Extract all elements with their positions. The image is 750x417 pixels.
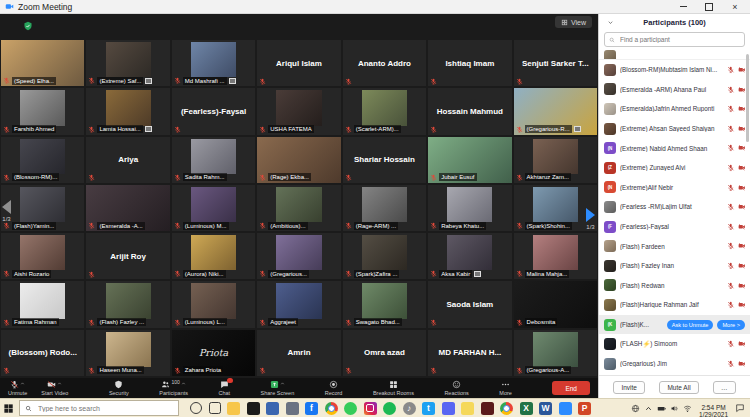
participant-row[interactable]: (Gregarious) Jim [599, 354, 750, 374]
participant-tile[interactable]: (Spark)Shohin... [514, 185, 597, 231]
participant-tile[interactable]: Ishtiaq Imam [428, 40, 511, 86]
participant-row[interactable]: (Flash) Redwan [599, 276, 750, 296]
participant-tile[interactable]: Amrin [257, 330, 340, 376]
toolbar-unmute-button[interactable]: Unmute [8, 380, 27, 396]
participant-tile[interactable]: Fatima Rahman [1, 281, 84, 327]
toolbar-record-button[interactable]: Record [325, 380, 343, 396]
participant-tile[interactable]: (Esmeralda -A... [86, 185, 169, 231]
participant-row[interactable]: (Esmeralda -ARM) Ahana Paul [599, 80, 750, 100]
participant-row[interactable]: (Flash)Harique Rahman Jaif [599, 295, 750, 315]
participant-tile[interactable]: Saoda Islam [428, 281, 511, 327]
participant-tile[interactable]: (Extreme) Saf... [86, 40, 169, 86]
participant-row[interactable]: (Blossom-RM)Mubtasim Islam Ni... [599, 60, 750, 80]
participant-tile[interactable]: Omra azad [343, 330, 426, 376]
wifi-icon[interactable] [683, 404, 692, 413]
participant-tile[interactable]: Ariya [86, 137, 169, 183]
speaker-icon[interactable] [670, 404, 679, 413]
powerpoint-icon[interactable]: P [578, 402, 591, 415]
participant-row[interactable]: (FLASH⚡) Simoom [599, 334, 750, 354]
participant-tile[interactable]: Senjuti Sarker T... [514, 40, 597, 86]
mute-all-button[interactable]: Mute All [659, 381, 698, 394]
cortana-icon[interactable] [190, 402, 202, 414]
participant-tile[interactable]: Lamia Hossai... [86, 88, 169, 134]
media-icon[interactable] [481, 402, 494, 415]
toolbar-reactions-button[interactable]: Reactions [444, 380, 468, 396]
participant-row[interactable]: (Extreme) Ahsan Sayeed Shaiyan [599, 119, 750, 139]
close-icon[interactable]: × [729, 2, 741, 12]
participant-tile[interactable]: Aggrajeet [257, 281, 340, 327]
toolbar-share-screen-button[interactable]: Share Screen [261, 380, 295, 396]
participant-tile[interactable]: (Blossom) Rodo... [1, 330, 84, 376]
participant-tile[interactable]: (Gregarious-R... [514, 88, 597, 134]
word-icon[interactable]: W [539, 402, 552, 415]
participant-row[interactable]: (N(Extreme) Nabid Ahmed Shaan [599, 138, 750, 158]
participant-row[interactable]: (Esmeralda)Jafrin Ahmed Ruponti [599, 99, 750, 119]
participant-tile[interactable]: (Rage) Ekba... [257, 137, 340, 183]
chevron-down-icon[interactable] [607, 19, 614, 26]
toolbar-chat-button[interactable]: Chat [218, 380, 230, 396]
participant-tile[interactable]: Aksa Kabir [428, 233, 511, 279]
participant-tile[interactable]: Sadita Rahm... [172, 137, 255, 183]
participant-row[interactable]: (Z(Extreme) Zunayed Alvi [599, 158, 750, 178]
photos-icon[interactable] [266, 402, 279, 415]
participant-tile[interactable]: (Fearless)-Faysal [172, 88, 255, 134]
excel-icon[interactable]: X [520, 402, 533, 415]
participant-tile[interactable]: (Ambitious)... [257, 185, 340, 231]
toolbar-start-video-button[interactable]: Start Video [41, 380, 68, 396]
participant-row[interactable]: (Flash) Fazley Inan [599, 256, 750, 276]
maximize-icon[interactable] [703, 2, 715, 12]
participant-tile[interactable]: Shariar Hossain [343, 137, 426, 183]
participant-tile[interactable]: PriotaZahara Priota [172, 330, 255, 376]
toolbar-breakout-rooms-button[interactable]: Breakout Rooms [373, 380, 414, 396]
participant-tile[interactable]: Ananto Addro [343, 40, 426, 86]
network-globe-icon[interactable] [631, 404, 640, 413]
more-options-button[interactable]: … [713, 381, 736, 394]
spotify-icon[interactable] [383, 402, 396, 415]
participant-tile[interactable]: Rabeya Khatu... [428, 185, 511, 231]
ask-to-unmute-button[interactable]: Ask to Unmute [667, 320, 714, 330]
participant-tile[interactable]: (Luminous) L... [172, 281, 255, 327]
taskbar-search-input[interactable] [36, 404, 173, 413]
task-view-icon[interactable] [209, 402, 221, 414]
facebook-icon[interactable]: f [305, 402, 318, 415]
terminal-icon[interactable] [247, 402, 260, 415]
battery-icon[interactable] [657, 404, 666, 413]
participant-search-input[interactable] [618, 35, 740, 44]
participant-tile[interactable]: (Scarlet-ARM)... [343, 88, 426, 134]
participant-tile[interactable]: Debosmita [514, 281, 597, 327]
participant-row[interactable]: (K(Flash)K...Ask to UnmuteMore > [599, 315, 750, 335]
gallery-prev-page[interactable]: 1/3 [2, 200, 11, 222]
view-button[interactable]: View [555, 16, 592, 28]
participant-tile[interactable]: (Luminous) M... [172, 185, 255, 231]
gallery-next-page[interactable]: 1/3 [586, 208, 595, 230]
calculator-icon[interactable] [286, 402, 299, 415]
participant-tile[interactable]: Aishi Rozario [1, 233, 84, 279]
participant-tile[interactable]: Akhtaruz Zam... [514, 137, 597, 183]
instagram-icon[interactable] [364, 402, 377, 415]
participant-tile[interactable]: Md Mashrafi ... [172, 40, 255, 86]
participant-tile[interactable]: Jubair Eusuf [428, 137, 511, 183]
more-button[interactable]: More > [717, 320, 745, 330]
participant-tile[interactable]: (Rage-ARM) ... [343, 185, 426, 231]
twitter-icon[interactable]: t [422, 402, 435, 415]
whatsapp-icon[interactable] [344, 402, 357, 415]
participant-tile[interactable]: Farshib Ahmed [1, 88, 84, 134]
participant-tile[interactable]: (Gregarious... [257, 233, 340, 279]
participant-row[interactable] [599, 50, 750, 60]
notes-icon[interactable] [461, 402, 474, 415]
participant-row[interactable]: (N(Extreme)Alif Nebir [599, 178, 750, 198]
participant-tile[interactable]: Haseen Muna... [86, 330, 169, 376]
participant-tile[interactable]: (Speed) Elha... [1, 40, 84, 86]
toolbar-more-button[interactable]: More [499, 380, 512, 396]
panel-scrollbar[interactable] [746, 54, 749, 142]
participant-tile[interactable]: Swagato Bhad... [343, 281, 426, 327]
participant-tile[interactable]: (Spark)Zafira ... [343, 233, 426, 279]
chrome-icon[interactable] [500, 402, 513, 415]
participant-tile[interactable]: Hossain Mahmud [428, 88, 511, 134]
participant-tile[interactable]: USHA FATEMA [257, 88, 340, 134]
taskbar-clock[interactable]: 2:54 PM 1/29/2021 [699, 404, 728, 417]
participant-row[interactable]: (Fearless -RM)Lajim Ulfat [599, 197, 750, 217]
participant-tile[interactable]: Malina Mahja... [514, 233, 597, 279]
toolbar-security-button[interactable]: Security [109, 380, 129, 396]
music-icon[interactable]: ♪ [403, 402, 416, 415]
